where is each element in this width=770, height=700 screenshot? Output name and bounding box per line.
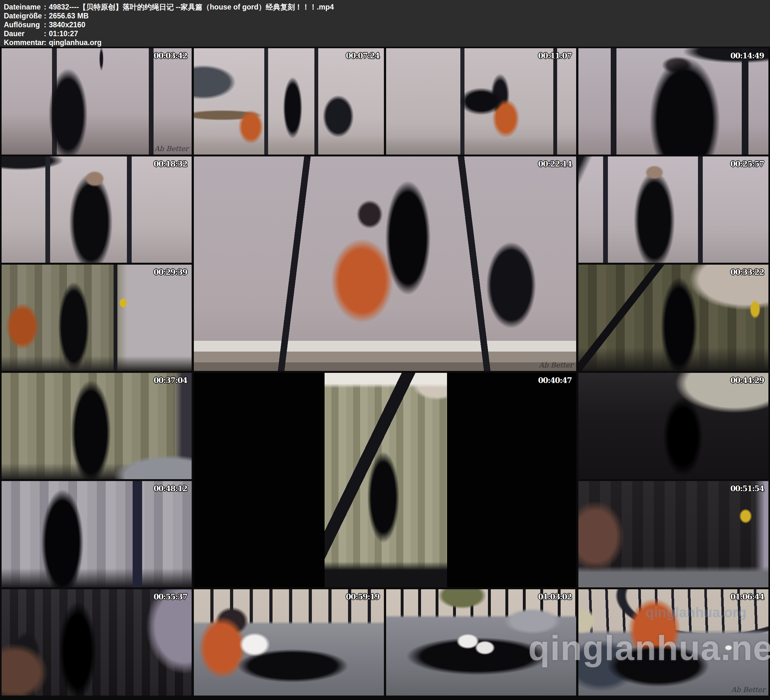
resolution-value: 3840x2160 [49, 21, 85, 29]
video-thumbnail: 00:37:04 [2, 373, 192, 479]
timestamp-overlay: 01:03:02 [538, 592, 572, 601]
meta-row-duration: Dauer:01:10:27 [4, 29, 770, 38]
meta-label: Dateiname [4, 3, 41, 11]
thumbnail-grid: 00:03:42 Ab Better 00:07:24 00:11:07 00:… [2, 48, 768, 695]
meta-label: Dauer [4, 29, 41, 38]
duration-value: 01:10:27 [49, 29, 78, 38]
timestamp-overlay: 00:03:42 [154, 51, 187, 60]
meta-label: Dateigröße [4, 11, 41, 20]
video-thumbnail: 00:55:37 [2, 589, 192, 695]
filesize-value: 2656.63 MB [49, 12, 89, 20]
portrait-frame [325, 373, 447, 587]
video-thumbnail: 00:07:24 [194, 48, 384, 154]
meta-separator: : [41, 11, 49, 20]
video-thumbnail: 00:25:57 [578, 156, 768, 263]
timestamp-overlay: 00:44:29 [730, 376, 764, 385]
video-thumbnail: 00:14:49 [578, 48, 768, 154]
video-thumbnail: 00:18:32 [2, 156, 192, 263]
timestamp-overlay: 00:48:12 [154, 484, 187, 493]
timestamp-overlay: 00:14:49 [730, 51, 764, 60]
video-thumbnail-letterboxed: 00:40:47 [194, 373, 576, 587]
video-thumbnail: 00:59:19 [194, 589, 384, 695]
comment-value: qinglanhua.org [49, 38, 102, 47]
meta-label: Kommentar [4, 38, 41, 47]
meta-label: Auflösung [4, 20, 41, 29]
timestamp-overlay: 00:59:19 [346, 592, 379, 601]
timestamp-overlay: 00:07:24 [346, 51, 379, 60]
file-info-header: Dateiname:49832----【贝特原创】落叶的约绳日记 --家具篇（h… [0, 0, 770, 47]
meta-row-filesize: Dateigröße:2656.63 MB [4, 11, 770, 20]
video-thumbnail: 01:03:02 [386, 589, 576, 695]
video-thumbnail: 01:06:44 Ab Better [578, 589, 768, 695]
video-thumbnail: 00:48:12 [2, 481, 192, 587]
meta-separator: : [41, 38, 49, 47]
timestamp-overlay: 00:29:39 [154, 267, 187, 277]
studio-watermark: Ab Better [731, 686, 765, 694]
video-thumbnail: 00:44:29 [578, 373, 768, 479]
timestamp-overlay: 00:11:07 [538, 51, 572, 60]
contact-sheet: { "header": { "background": "#2d2d2d", "… [0, 0, 770, 700]
timestamp-overlay: 00:33:22 [730, 267, 764, 277]
video-thumbnail: 00:03:42 Ab Better [2, 48, 192, 154]
meta-separator: : [41, 20, 49, 29]
timestamp-overlay: 00:18:32 [154, 159, 187, 169]
timestamp-overlay: 01:06:44 [730, 592, 764, 601]
timestamp-overlay: 00:40:47 [538, 376, 572, 385]
meta-separator: : [41, 29, 49, 38]
meta-row-resolution: Auflösung:3840x2160 [4, 20, 770, 29]
timestamp-overlay: 00:51:54 [730, 484, 764, 493]
studio-watermark: Ab Better [155, 145, 188, 152]
video-thumbnail: 00:51:54 [578, 481, 768, 587]
meta-separator: : [41, 3, 49, 11]
video-thumbnail-large: 00:22:14 Ab Better [194, 156, 576, 371]
meta-row-filename: Dateiname:49832----【贝特原创】落叶的约绳日记 --家具篇（h… [4, 3, 770, 11]
timestamp-overlay: 00:55:37 [154, 592, 187, 601]
timestamp-overlay: 00:25:57 [730, 159, 764, 169]
video-thumbnail: 00:33:22 [578, 265, 768, 371]
video-thumbnail: 00:11:07 [386, 48, 576, 154]
video-thumbnail: 00:29:39 [2, 265, 192, 371]
meta-row-comment: Kommentar:qinglanhua.org [4, 38, 770, 47]
studio-watermark: Ab Better [539, 361, 573, 369]
timestamp-overlay: 00:22:14 [538, 159, 572, 169]
filename-value: 49832----【贝特原创】落叶的约绳日记 --家具篇（house of go… [49, 3, 334, 11]
timestamp-overlay: 00:37:04 [154, 376, 187, 385]
